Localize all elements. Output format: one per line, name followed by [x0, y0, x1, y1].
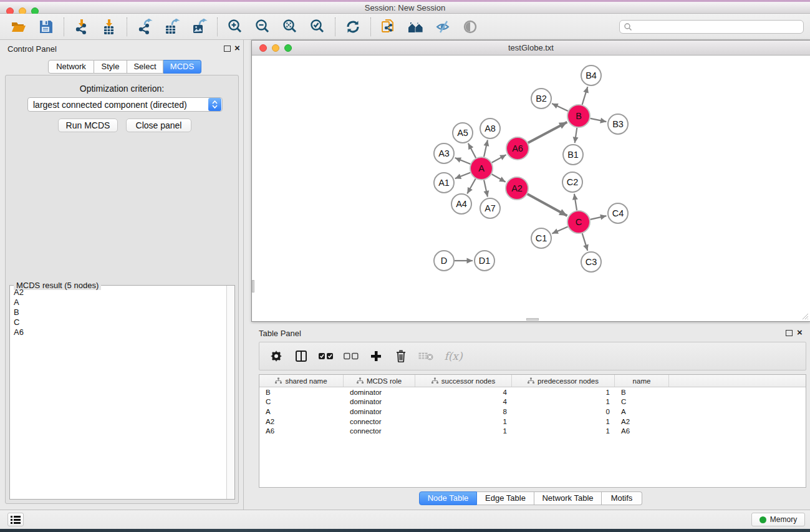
cell-successor-nodes[interactable]: 1	[415, 427, 512, 435]
cell-MCDS-role[interactable]: connector	[344, 418, 415, 425]
cell-shared-name[interactable]: A6	[259, 427, 344, 435]
zoom-selected-button[interactable]	[307, 16, 328, 37]
function-builder-icon[interactable]: f(x)	[443, 348, 464, 364]
cell-predecessor-nodes[interactable]: 1	[512, 389, 615, 396]
save-session-button[interactable]	[36, 16, 57, 37]
import-network-button[interactable]	[71, 16, 92, 37]
network-window-titlebar[interactable]: testGlobe.txt	[252, 41, 810, 56]
cell-successor-nodes[interactable]: 8	[415, 408, 512, 415]
edge-A-A5[interactable]	[468, 143, 476, 158]
export-network-button[interactable]	[134, 16, 155, 37]
cell-predecessor-nodes[interactable]: 1	[512, 427, 615, 435]
node-C4[interactable]: C4	[608, 203, 628, 223]
zoom-fit-button[interactable]	[279, 16, 301, 37]
tab-network[interactable]: Network	[48, 60, 94, 74]
node-A7[interactable]: A7	[480, 198, 500, 218]
edge-A-A6[interactable]	[492, 155, 506, 163]
column-header-predecessor-nodes[interactable]: predecessor nodes	[512, 375, 615, 387]
table-row[interactable]: A6connector11A6	[259, 426, 806, 436]
refresh-button[interactable]	[342, 16, 364, 37]
node-A5[interactable]: A5	[453, 123, 473, 143]
zoom-network-button[interactable]	[284, 44, 292, 52]
show-hidden-button[interactable]	[460, 16, 481, 37]
gear-icon[interactable]	[268, 348, 284, 364]
cell-MCDS-role[interactable]: dominator	[344, 389, 415, 396]
mcds-result-item[interactable]: A2	[11, 288, 226, 297]
zoom-out-button[interactable]	[252, 16, 273, 37]
cell-MCDS-role[interactable]: dominator	[344, 398, 415, 405]
edge-C-C2[interactable]	[574, 194, 577, 210]
node-B2[interactable]: B2	[531, 89, 551, 109]
mcds-result-item[interactable]: B	[11, 307, 226, 317]
edge-C-C3[interactable]	[582, 233, 588, 251]
node-A6[interactable]: A6	[506, 137, 529, 160]
cell-predecessor-nodes[interactable]: 1	[512, 398, 615, 405]
node-B3[interactable]: B3	[608, 114, 628, 134]
export-table-button[interactable]	[162, 16, 183, 37]
edge-A-A2[interactable]	[492, 174, 506, 181]
close-table-panel-icon[interactable]: ×	[797, 327, 803, 338]
add-column-icon[interactable]	[368, 348, 384, 364]
edge-B-B4[interactable]	[582, 87, 588, 105]
delete-column-icon[interactable]	[393, 348, 409, 364]
node-D1[interactable]: D1	[475, 251, 494, 271]
tab-motifs[interactable]: Motifs	[602, 491, 642, 505]
optimization-criterion-dropdown[interactable]: largest connected component (directed)	[27, 97, 223, 112]
node-A1[interactable]: A1	[434, 173, 454, 193]
close-panel-button[interactable]: Close panel	[126, 118, 191, 132]
edge-A-A7[interactable]	[484, 180, 488, 197]
cell-shared-name[interactable]: B	[259, 389, 344, 396]
node-D[interactable]: D	[434, 251, 454, 271]
import-table-button[interactable]	[99, 16, 120, 37]
edge-A2-C[interactable]	[528, 194, 567, 216]
node-C2[interactable]: C2	[562, 172, 582, 192]
cell-name[interactable]: C	[615, 398, 669, 405]
cell-predecessor-nodes[interactable]: 0	[512, 408, 615, 415]
tab-mcds[interactable]: MCDS	[163, 60, 201, 74]
node-A4[interactable]: A4	[451, 194, 471, 214]
node-A3[interactable]: A3	[434, 143, 454, 163]
split-view-icon[interactable]	[293, 348, 309, 364]
edge-A-A8[interactable]	[484, 140, 488, 157]
node-C[interactable]: C	[567, 211, 590, 233]
result-scrollbar[interactable]	[226, 286, 234, 499]
float-panel-icon[interactable]	[224, 46, 231, 52]
edge-C-C1[interactable]	[552, 227, 567, 234]
select-all-icon[interactable]	[318, 348, 334, 364]
edge-C-C4[interactable]	[591, 216, 607, 220]
memory-button[interactable]: Memory	[751, 513, 805, 526]
cell-shared-name[interactable]: A	[259, 408, 344, 415]
tab-edge-table[interactable]: Edge Table	[477, 491, 534, 505]
node-C3[interactable]: C3	[581, 252, 601, 272]
node-A8[interactable]: A8	[480, 118, 500, 138]
edge-B-B1[interactable]	[575, 128, 577, 143]
search-field[interactable]	[619, 20, 804, 34]
edge-A6-B[interactable]	[528, 122, 567, 143]
node-B4[interactable]: B4	[581, 65, 601, 85]
column-header-shared-name[interactable]: shared name	[259, 375, 344, 387]
home-button[interactable]	[405, 16, 427, 37]
mcds-result-list[interactable]: A2ABCA6	[11, 288, 226, 498]
close-panel-icon[interactable]: ×	[234, 42, 240, 54]
edge-B-B2[interactable]	[552, 104, 568, 111]
cell-MCDS-role[interactable]: dominator	[344, 408, 415, 415]
cell-name[interactable]: A2	[615, 418, 669, 425]
horizontal-scroll-indicator[interactable]	[526, 318, 539, 321]
column-header-name[interactable]: name	[615, 375, 669, 387]
deselect-all-icon[interactable]	[343, 348, 359, 364]
close-network-button[interactable]	[259, 44, 267, 52]
node-A2[interactable]: A2	[506, 177, 528, 200]
column-header-successor-nodes[interactable]: successor nodes	[415, 375, 512, 387]
cell-name[interactable]: B	[615, 389, 669, 396]
export-image-button[interactable]	[189, 16, 210, 37]
float-table-panel-icon[interactable]	[786, 330, 793, 336]
run-mcds-button[interactable]: Run MCDS	[58, 118, 118, 132]
edge-A-A3[interactable]	[455, 158, 471, 164]
tab-node-table[interactable]: Node Table	[419, 491, 477, 505]
cell-predecessor-nodes[interactable]: 1	[512, 418, 615, 425]
mcds-result-item[interactable]: C	[11, 317, 226, 327]
node-C1[interactable]: C1	[531, 228, 551, 248]
edge-A-A1[interactable]	[455, 173, 471, 178]
resize-grip-icon[interactable]	[800, 311, 809, 320]
mcds-result-item[interactable]: A	[11, 297, 226, 307]
